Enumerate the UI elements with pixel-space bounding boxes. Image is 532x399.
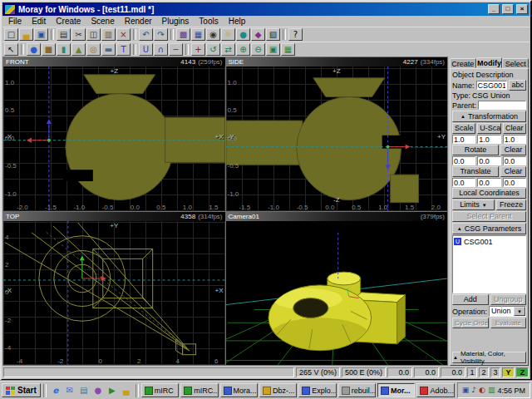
intersection-tool-button[interactable]: ∩ — [154, 43, 168, 56]
outlook-express-icon[interactable]: ✉ — [63, 384, 76, 397]
translate-button[interactable]: Translate — [452, 166, 499, 177]
display-settings-icon[interactable]: ▣ — [462, 387, 470, 394]
transformation-section-header[interactable]: ▲ Transformation — [452, 111, 526, 122]
scheduler-icon[interactable]: ◐ — [479, 387, 485, 394]
plugins-button[interactable]: ◆ — [251, 28, 265, 41]
paste-button[interactable]: ▥ — [101, 28, 116, 41]
snap-grid-button[interactable]: ▦ — [281, 43, 295, 56]
task-moray-active[interactable]: Mor... — [377, 383, 415, 397]
text-tool-button[interactable]: T — [116, 43, 131, 56]
show-desktop-icon[interactable]: ▤ — [77, 384, 91, 397]
network-icon[interactable]: ▥ — [488, 387, 495, 394]
scale-x-input[interactable] — [452, 135, 475, 144]
parent-input[interactable] — [478, 101, 526, 110]
print-button[interactable]: ▤ — [57, 28, 71, 41]
ungroup-button[interactable]: Ungroup — [490, 294, 527, 305]
material-section-header[interactable]: ▲ Material, Color, Visibility — [452, 352, 526, 363]
zoom-out-button[interactable]: ⊖ — [251, 43, 265, 56]
tab-select[interactable]: Select — [502, 58, 529, 68]
clear-scale-button[interactable]: Clear — [503, 123, 526, 134]
viewport-side-canvas[interactable]: +Z -Y +Y -Z -1.5-1.0-0.50.00.51.01.52.0 … — [226, 66, 448, 211]
task-mirc-1[interactable]: mIRC — [141, 383, 179, 397]
axis-indicator-y[interactable]: Y — [502, 367, 515, 377]
csg-children-list[interactable]: U CSG001 — [452, 235, 526, 293]
box-tool-button[interactable]: ■ — [42, 43, 56, 56]
render-options-button[interactable]: ▦ — [191, 28, 205, 41]
axis-indicator-z[interactable]: Z — [516, 367, 529, 377]
help-button[interactable]: ? — [288, 28, 303, 41]
folder-icon[interactable]: ▄ — [120, 384, 133, 397]
menu-help[interactable]: Help — [224, 17, 251, 26]
clear-rotate-button[interactable]: Clear — [500, 145, 526, 155]
material-editor-button[interactable]: ● — [236, 28, 250, 41]
scale-z-input[interactable] — [503, 135, 526, 144]
translate-z-input[interactable] — [503, 178, 526, 187]
freeze-button[interactable]: Freeze — [496, 200, 526, 210]
close-button[interactable]: × — [516, 4, 528, 14]
minimize-button[interactable]: _ — [488, 4, 500, 14]
internet-explorer-icon[interactable]: e — [49, 384, 62, 397]
scale-y-input[interactable] — [477, 135, 500, 144]
cut-button[interactable]: ✂ — [71, 28, 86, 41]
viewport-camera-header[interactable]: Camera01 (379fps) — [226, 212, 448, 221]
light-button[interactable]: ☼ — [221, 28, 235, 41]
task-explorer[interactable]: Explo... — [298, 383, 336, 397]
union-tool-button[interactable]: U — [139, 43, 153, 56]
clock[interactable]: 4:56 PM — [497, 387, 525, 395]
scale-button[interactable]: Scale — [452, 123, 475, 134]
save-file-button[interactable]: ▣ — [34, 28, 48, 41]
open-file-button[interactable]: ▄ — [19, 28, 33, 41]
volume-icon[interactable]: ♪ — [471, 387, 476, 394]
camera-button[interactable]: ◉ — [206, 28, 220, 41]
channels-icon[interactable]: ● — [91, 384, 105, 397]
viewport-side-header[interactable]: SIDE 4227(334fps) — [226, 57, 448, 66]
rotate-button[interactable]: Rotate — [452, 145, 499, 155]
local-coordinates-button[interactable]: Local Coordinates — [452, 188, 526, 199]
uniform-scale-button[interactable]: U-Scale — [477, 123, 500, 134]
tab-create[interactable]: Create — [450, 58, 476, 68]
pan-view-button[interactable]: ⇄ — [221, 43, 235, 56]
menu-file[interactable]: File — [3, 17, 27, 26]
rotate-z-input[interactable] — [503, 156, 526, 165]
add-button[interactable]: Add — [452, 294, 489, 305]
task-mirc-2[interactable]: mIRC... — [180, 383, 218, 397]
viewport-top-header[interactable]: TOP 4358(314fps) — [3, 212, 225, 221]
menu-scene[interactable]: Scene — [86, 17, 119, 26]
rotate-y-input[interactable] — [477, 156, 500, 165]
csg-parameters-section-header[interactable]: ▲ CSG Parameters — [452, 223, 526, 234]
menu-render[interactable]: Render — [120, 17, 157, 26]
rotate-x-input[interactable] — [452, 156, 475, 165]
render-button[interactable]: ▩ — [176, 28, 190, 41]
redo-button[interactable]: ↷ — [154, 28, 168, 41]
menu-create[interactable]: Create — [51, 17, 86, 26]
rename-abc-button[interactable]: abc — [509, 80, 526, 91]
toggle-1-button[interactable]: 1 — [467, 367, 477, 377]
move-tool-button[interactable]: + — [191, 43, 205, 56]
sphere-tool-button[interactable]: ● — [27, 43, 41, 56]
menu-plugins[interactable]: Plugins — [157, 17, 195, 26]
undo-button[interactable]: ↶ — [139, 28, 153, 41]
task-adobe[interactable]: Adob... — [416, 383, 454, 397]
new-file-button[interactable]: □ — [4, 28, 18, 41]
evaluate-button[interactable]: Evaluate — [490, 318, 527, 328]
viewport-front-header[interactable]: FRONT 4143(259fps) — [3, 57, 225, 66]
zoom-fit-button[interactable]: ▣ — [266, 43, 280, 56]
operation-dropdown[interactable]: Union ▼ — [489, 306, 526, 317]
viewport-camera-canvas[interactable] — [226, 221, 448, 366]
torus-tool-button[interactable]: ◎ — [86, 43, 101, 56]
plane-tool-button[interactable]: ▬ — [101, 43, 116, 56]
media-player-icon[interactable]: ▶ — [106, 384, 119, 397]
toggle-2-button[interactable]: 2 — [479, 367, 489, 377]
app-icon[interactable] — [4, 4, 16, 15]
zoom-in-button[interactable]: ⊕ — [236, 43, 250, 56]
select-tool-button[interactable]: ↖ — [4, 43, 18, 56]
limits-button[interactable]: Limits ▼ — [452, 200, 495, 210]
maximize-button[interactable]: □ — [502, 4, 514, 14]
task-moray-group[interactable]: Mora... — [220, 383, 258, 397]
tab-modify[interactable]: Modify — [476, 57, 503, 68]
viewport-top-canvas[interactable]: +Y -X +X -4-20246 420-2-4 — [3, 221, 225, 366]
clear-translate-button[interactable]: Clear — [500, 166, 526, 177]
cylinder-tool-button[interactable]: ▮ — [57, 43, 71, 56]
translate-y-input[interactable] — [477, 178, 500, 187]
rotate-view-button[interactable]: ↺ — [206, 43, 220, 56]
